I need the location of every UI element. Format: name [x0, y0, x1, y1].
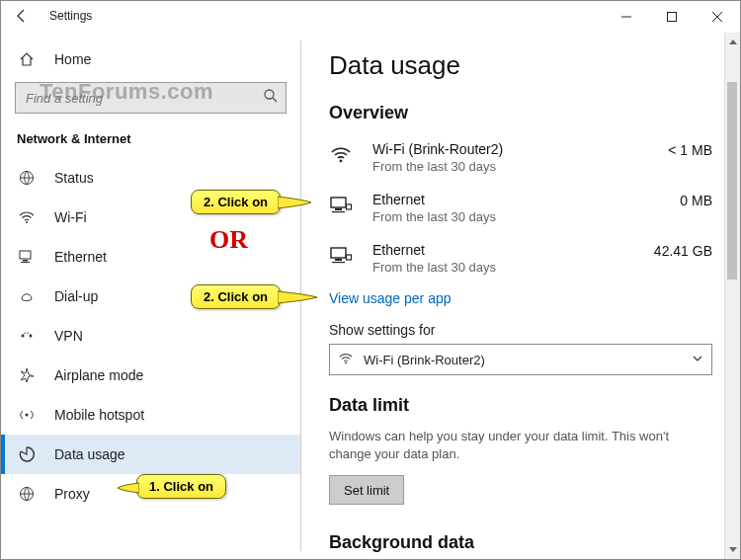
- nav-label: Ethernet: [54, 249, 107, 265]
- svg-rect-18: [332, 262, 345, 263]
- nav-label: Airplane mode: [54, 367, 143, 383]
- back-button[interactable]: [0, 0, 43, 32]
- maximize-button[interactable]: [649, 1, 695, 33]
- ethernet-icon: [17, 248, 37, 266]
- scrollbar[interactable]: [724, 33, 740, 559]
- search-icon: [263, 88, 279, 108]
- ethernet-icon: [329, 242, 359, 272]
- svg-rect-12: [331, 198, 346, 207]
- app-title: Settings: [49, 9, 92, 23]
- usage-sub: From the last 30 days: [372, 209, 680, 224]
- chevron-down-icon: [692, 353, 703, 367]
- svg-rect-0: [668, 13, 677, 22]
- svg-rect-16: [331, 248, 346, 258]
- svg-rect-6: [21, 262, 30, 263]
- settings-window: Settings Home Network & Internet Status …: [0, 0, 741, 560]
- svg-rect-19: [347, 255, 352, 260]
- usage-amount: 42.41 GB: [654, 242, 712, 259]
- view-usage-link[interactable]: View usage per app: [329, 290, 452, 306]
- svg-rect-14: [332, 211, 345, 212]
- set-limit-button[interactable]: Set limit: [329, 475, 404, 505]
- nav-label: VPN: [54, 328, 83, 344]
- nav-label: Proxy: [54, 486, 90, 502]
- svg-rect-4: [20, 251, 31, 259]
- svg-rect-15: [347, 204, 352, 209]
- nav-airplane[interactable]: Airplane mode: [1, 356, 300, 395]
- or-text: OR: [209, 225, 248, 255]
- nav-label: Status: [54, 170, 94, 186]
- svg-point-9: [26, 414, 29, 417]
- home-label: Home: [54, 51, 91, 67]
- nav-hotspot[interactable]: Mobile hotspot: [1, 395, 300, 435]
- minimize-button[interactable]: [604, 1, 649, 33]
- callout-2b: 2. Click on: [191, 284, 281, 309]
- category-header: Network & Internet: [1, 123, 300, 158]
- data-usage-icon: [17, 445, 37, 463]
- svg-point-11: [340, 160, 343, 163]
- nav-vpn[interactable]: VPN: [1, 316, 300, 356]
- vpn-icon: [17, 327, 37, 345]
- background-data-heading: Background data: [329, 532, 712, 553]
- nav-ethernet[interactable]: Ethernet: [1, 237, 300, 277]
- svg-rect-5: [23, 260, 28, 262]
- main-content: Data usage Overview Wi-Fi (Brink-Router2…: [301, 33, 740, 559]
- home-nav[interactable]: Home: [1, 40, 300, 78]
- network-dropdown[interactable]: Wi-Fi (Brink-Router2): [329, 344, 712, 375]
- usage-name: Ethernet: [372, 192, 680, 207]
- page-title: Data usage: [329, 50, 712, 81]
- dropdown-value: Wi-Fi (Brink-Router2): [364, 353, 485, 367]
- scrollbar-thumb[interactable]: [727, 82, 737, 280]
- dialup-icon: [17, 287, 37, 305]
- svg-point-20: [345, 361, 347, 363]
- ethernet-icon: [329, 192, 359, 221]
- wifi-icon: [329, 141, 359, 171]
- close-button[interactable]: [695, 1, 740, 33]
- hotspot-icon: [17, 406, 37, 424]
- data-limit-heading: Data limit: [329, 395, 712, 416]
- data-limit-help: Windows can help you stay under your dat…: [329, 428, 704, 463]
- status-icon: [17, 169, 37, 187]
- usage-row-wifi[interactable]: Wi-Fi (Brink-Router2) From the last 30 d…: [329, 135, 712, 186]
- svg-point-1: [265, 90, 274, 99]
- overview-heading: Overview: [329, 103, 712, 123]
- nav-label: Wi-Fi: [54, 209, 87, 225]
- airplane-icon: [17, 366, 37, 384]
- usage-sub: From the last 30 days: [372, 260, 654, 275]
- show-settings-label: Show settings for: [329, 322, 712, 338]
- nav-label: Data usage: [54, 446, 125, 462]
- search-input[interactable]: [15, 82, 287, 114]
- svg-point-3: [26, 221, 28, 223]
- callout-2a: 2. Click on: [191, 190, 281, 214]
- usage-name: Ethernet: [372, 242, 654, 258]
- usage-amount: 0 MB: [680, 192, 712, 208]
- wifi-icon: [17, 208, 37, 226]
- home-icon: [17, 51, 37, 67]
- usage-sub: From the last 30 days: [372, 159, 668, 174]
- title-bar: Settings: [1, 1, 740, 33]
- callout-1: 1. Click on: [136, 474, 226, 499]
- usage-row-ethernet-2[interactable]: Ethernet From the last 30 days 42.41 GB: [329, 236, 712, 286]
- usage-name: Wi-Fi (Brink-Router2): [372, 141, 668, 157]
- usage-amount: < 1 MB: [668, 141, 712, 158]
- nav-data-usage[interactable]: Data usage: [1, 435, 300, 474]
- nav-label: Mobile hotspot: [54, 407, 144, 423]
- usage-row-ethernet-1[interactable]: Ethernet From the last 30 days 0 MB: [329, 186, 712, 236]
- nav-label: Dial-up: [54, 288, 98, 304]
- svg-rect-13: [335, 208, 342, 210]
- proxy-icon: [17, 485, 37, 503]
- svg-rect-17: [335, 259, 342, 261]
- wifi-icon: [338, 351, 354, 369]
